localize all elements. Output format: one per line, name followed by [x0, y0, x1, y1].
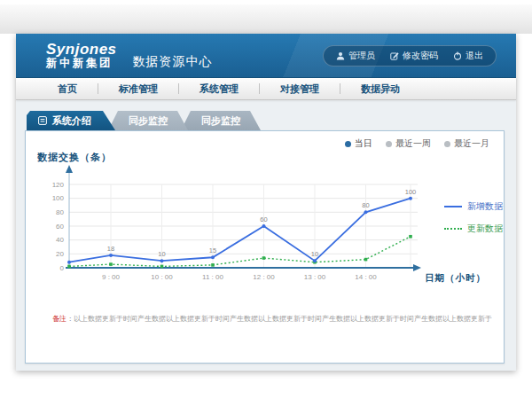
user-toolbar: 管理员 修改密码 退出 — [323, 45, 497, 66]
chart-point — [364, 210, 368, 214]
nav-item-standard-management[interactable]: 标准管理 — [98, 82, 178, 96]
period-option-last-week[interactable]: 最近一周 — [386, 137, 431, 150]
legend-item-updated-data[interactable]: 更新数据 — [444, 223, 503, 235]
y-tick-label: 40 — [56, 236, 64, 244]
content-area: 系统介绍 同步监控 同步监控 当日 最近一周 — [16, 100, 516, 370]
chart-point — [109, 262, 113, 266]
power-logout-icon — [453, 51, 462, 60]
legend-label: 新增数据 — [467, 200, 503, 213]
x-tick-label: 10 : 00 — [151, 273, 173, 281]
y-tick-label: 120 — [52, 181, 65, 189]
chart-point-label: 10 — [158, 250, 165, 258]
legend-label: 更新数据 — [467, 223, 503, 235]
tab-sync-monitor-2[interactable]: 同步监控 — [181, 111, 261, 130]
period-option-last-month[interactable]: 最近一月 — [444, 137, 489, 150]
chart-series-line — [69, 199, 411, 262]
nav-item-home[interactable]: 首页 — [37, 82, 98, 96]
period-filter: 当日 最近一周 最近一月 — [345, 137, 489, 150]
y-tick-label: 60 — [56, 223, 64, 231]
radio-unselected-icon — [386, 141, 392, 147]
x-axis-arrow-icon — [413, 264, 421, 271]
app-header: Synjones 新中新集团 数据资源中心 管理员 修改密码 退出 — [16, 34, 516, 78]
x-tick-label: 14 : 00 — [355, 273, 377, 281]
logo-brand-text: Synjones — [46, 42, 117, 58]
period-option-label: 最近一周 — [395, 137, 431, 150]
chart-point-label: 10 — [311, 250, 318, 258]
chart-point — [262, 224, 266, 228]
period-option-label: 当日 — [355, 137, 372, 150]
chart-point — [409, 235, 412, 239]
chart-point — [160, 259, 164, 262]
nav-item-interface-management[interactable]: 对接管理 — [260, 82, 340, 96]
logo-company-name: 新中新集团 — [46, 58, 117, 69]
chart-point — [409, 197, 412, 200]
exchange-line-chart: 0204060801001209 : 0010 : 0011 : 0012 : … — [33, 163, 436, 294]
footnote: 备注：以上数据更新于时间产生数据以上数据更新于时间产生数据以上数据更新于时间产生… — [52, 314, 496, 324]
chart-point — [67, 265, 71, 269]
chart-point — [211, 255, 215, 259]
y-tick-label: 100 — [52, 194, 65, 202]
app-window: Synjones 新中新集团 数据资源中心 管理员 修改密码 退出 — [16, 34, 516, 371]
edit-pencil-icon — [390, 51, 399, 60]
period-option-today[interactable]: 当日 — [345, 137, 372, 150]
period-option-label: 最近一月 — [454, 137, 489, 150]
chart-point-label: 18 — [107, 245, 114, 253]
radio-unselected-icon — [444, 141, 450, 147]
nav-item-system-management[interactable]: 系统管理 — [179, 82, 259, 96]
x-tick-label: 9 : 00 — [102, 273, 121, 281]
current-user-label: 管理员 — [348, 50, 375, 62]
main-nav: 首页 标准管理 系统管理 对接管理 数据异动 — [16, 78, 516, 100]
x-axis-title: 日期（小时） — [425, 272, 486, 285]
tabs-bar: 系统介绍 同步监控 同步监控 — [27, 111, 261, 130]
y-tick-label: 0 — [60, 264, 65, 272]
tab-sync-monitor-1[interactable]: 同步监控 — [108, 111, 188, 130]
chart-point — [313, 259, 317, 262]
current-user-button[interactable]: 管理员 — [336, 50, 375, 62]
nav-item-data-change[interactable]: 数据异动 — [340, 82, 420, 96]
chart-panel: 当日 最近一周 最近一月 数据交换（条） 0204060801001209 : … — [25, 130, 505, 364]
page-top-band — [0, 4, 532, 34]
y-tick-label: 20 — [56, 250, 64, 258]
tab-label: 同步监控 — [201, 111, 240, 130]
y-tick-label: 80 — [56, 208, 64, 216]
chart-point — [67, 261, 71, 264]
footnote-label: 备注 — [52, 315, 66, 323]
chart-point — [160, 265, 164, 269]
x-tick-label: 12 : 00 — [253, 273, 275, 281]
chart-point-label: 15 — [209, 246, 216, 254]
chart-point-label: 100 — [405, 188, 417, 196]
y-axis-arrow-icon — [66, 165, 73, 173]
app-title: 数据资源中心 — [133, 54, 213, 70]
logout-button[interactable]: 退出 — [453, 50, 483, 62]
y-axis-title: 数据交换（条） — [37, 151, 112, 164]
chart-point — [109, 254, 113, 257]
tab-system-intro[interactable]: 系统介绍 — [27, 111, 115, 130]
legend-item-new-data[interactable]: 新增数据 — [444, 200, 503, 213]
x-tick-label: 11 : 00 — [202, 273, 223, 281]
chart-point-label: 80 — [362, 201, 369, 209]
solid-line-icon — [444, 206, 462, 207]
user-icon — [336, 51, 345, 60]
chart-legend: 新增数据 更新数据 — [444, 200, 503, 235]
change-password-label: 修改密码 — [403, 50, 438, 62]
footnote-text: ：以上数据更新于时间产生数据以上数据更新于时间产生数据以上数据更新于时间产生数据… — [66, 315, 492, 323]
tab-label: 系统介绍 — [52, 111, 91, 130]
chart-point-label: 60 — [260, 215, 267, 223]
chart-point — [211, 263, 215, 267]
document-list-icon — [38, 116, 47, 125]
change-password-button[interactable]: 修改密码 — [390, 50, 438, 62]
x-tick-label: 13 : 00 — [304, 273, 326, 281]
tab-label: 同步监控 — [129, 111, 168, 130]
logout-label: 退出 — [466, 50, 483, 62]
chart-point — [364, 258, 368, 262]
dotted-line-icon — [444, 228, 462, 230]
chart-point — [262, 256, 266, 260]
radio-selected-icon — [345, 141, 351, 147]
company-logo: Synjones 新中新集团 — [46, 42, 117, 69]
